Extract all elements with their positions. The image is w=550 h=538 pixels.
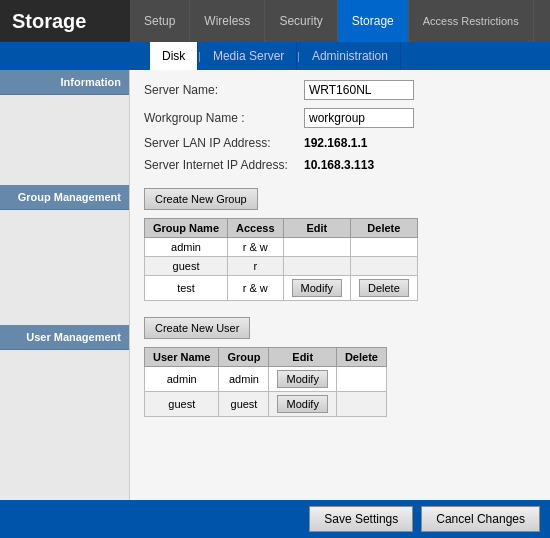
sidebar-section-information: Information [0,70,129,95]
sidebar-section-user-management: User Management [0,325,129,350]
save-settings-button[interactable]: Save Settings [309,506,413,532]
nav-tab-storage[interactable]: Storage [338,0,409,42]
table-row: test r & w Modify Delete [145,276,418,301]
group-col-delete: Delete [350,219,417,238]
server-name-label: Server Name: [144,83,304,97]
header: Storage Setup Wireless Security Storage … [0,0,550,42]
content-area: Server Name: Workgroup Name : Server LAN… [130,70,550,500]
nav-tab-security[interactable]: Security [265,0,337,42]
group-row-3-modify-button[interactable]: Modify [292,279,342,297]
table-row: guest r [145,257,418,276]
sidebar-spacer-1 [0,95,129,185]
server-lan-ip-label: Server LAN IP Address: [144,136,304,150]
information-section: Server Name: Workgroup Name : Server LAN… [144,80,536,172]
user-row-1-modify-button[interactable]: Modify [277,370,327,388]
user-row-1-group: admin [219,367,269,392]
page-title: Storage [0,0,130,42]
user-col-edit: Edit [269,348,336,367]
group-row-2-edit [283,257,350,276]
nav-tab-setup[interactable]: Setup [130,0,190,42]
group-row-2-access: r [228,257,284,276]
user-row-1-delete [336,367,386,392]
group-row-3-delete-cell: Delete [350,276,417,301]
group-row-1-access: r & w [228,238,284,257]
group-table-header: Group Name Access Edit Delete [145,219,418,238]
group-col-edit: Edit [283,219,350,238]
group-row-3-delete-button[interactable]: Delete [359,279,409,297]
user-table: User Name Group Edit Delete admin admin … [144,347,387,417]
user-row-2-name: guest [145,392,219,417]
user-table-header: User Name Group Edit Delete [145,348,387,367]
nav-tab-wireless[interactable]: Wireless [190,0,265,42]
footer: Save Settings Cancel Changes [0,500,550,538]
create-new-group-button[interactable]: Create New Group [144,188,258,210]
top-nav: Setup Wireless Security Storage Access R… [130,0,550,42]
group-row-3-access: r & w [228,276,284,301]
table-row: admin admin Modify [145,367,387,392]
group-row-1-delete [350,238,417,257]
group-row-1-edit [283,238,350,257]
group-row-1-name: admin [145,238,228,257]
table-row: admin r & w [145,238,418,257]
create-new-user-button[interactable]: Create New User [144,317,250,339]
group-management-section: Create New Group Group Name Access Edit … [144,188,536,301]
cancel-changes-button[interactable]: Cancel Changes [421,506,540,532]
user-row-2-group: guest [219,392,269,417]
server-lan-ip-row: Server LAN IP Address: 192.168.1.1 [144,136,536,150]
group-row-2-name: guest [145,257,228,276]
workgroup-name-input[interactable] [304,108,414,128]
group-col-access: Access [228,219,284,238]
server-lan-ip-value: 192.168.1.1 [304,136,367,150]
user-row-1-name: admin [145,367,219,392]
sub-tab-disk[interactable]: Disk [150,42,198,70]
user-col-name: User Name [145,348,219,367]
table-row: guest guest Modify [145,392,387,417]
group-row-3-edit-cell: Modify [283,276,350,301]
user-row-2-modify-button[interactable]: Modify [277,395,327,413]
sub-tab-media-server[interactable]: Media Server [201,42,297,70]
sub-tab-administration[interactable]: Administration [300,42,401,70]
group-row-3-name: test [145,276,228,301]
sidebar-spacer-2 [0,210,129,325]
sub-nav: Disk | Media Server | Administration [0,42,550,70]
server-internet-ip-row: Server Internet IP Address: 10.168.3.113 [144,158,536,172]
user-management-section: Create New User User Name Group Edit Del… [144,317,536,417]
main-layout: Information Group Management User Manage… [0,70,550,500]
user-row-1-edit-cell: Modify [269,367,336,392]
group-row-2-delete [350,257,417,276]
sidebar-section-group-management: Group Management [0,185,129,210]
user-col-group: Group [219,348,269,367]
sidebar: Information Group Management User Manage… [0,70,130,500]
server-name-input[interactable] [304,80,414,100]
group-col-name: Group Name [145,219,228,238]
server-internet-ip-value: 10.168.3.113 [304,158,374,172]
user-row-2-edit-cell: Modify [269,392,336,417]
workgroup-name-label: Workgroup Name : [144,111,304,125]
group-table: Group Name Access Edit Delete admin r & … [144,218,418,301]
user-col-delete: Delete [336,348,386,367]
user-row-2-delete [336,392,386,417]
nav-tab-access-restrictions[interactable]: Access Restrictions [409,0,534,42]
server-internet-ip-label: Server Internet IP Address: [144,158,304,172]
workgroup-name-row: Workgroup Name : [144,108,536,128]
server-name-row: Server Name: [144,80,536,100]
